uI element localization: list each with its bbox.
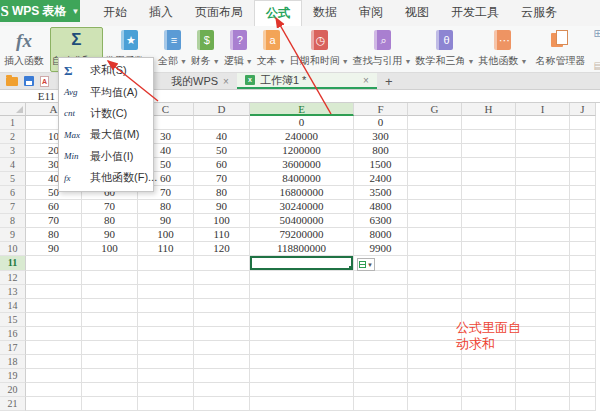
logic-book-button[interactable]: ?逻辑▼ — [222, 27, 255, 72]
cell-E16[interactable] — [250, 327, 354, 341]
cell-C12[interactable] — [138, 271, 194, 285]
cell-H4[interactable] — [462, 158, 516, 172]
cell-I7[interactable] — [516, 200, 570, 214]
cell-J6[interactable] — [570, 186, 596, 200]
cell-D19[interactable] — [194, 369, 250, 383]
cell-J2[interactable] — [570, 130, 596, 144]
cell-D14[interactable] — [194, 299, 250, 313]
cell-G18[interactable] — [408, 355, 462, 369]
cell-F10[interactable]: 9900 — [354, 242, 408, 256]
cell-A16[interactable] — [26, 327, 82, 341]
row-header-6[interactable]: 6 — [0, 186, 26, 200]
assign-button[interactable]: ⊞ 指定 — [593, 20, 600, 48]
row-header-1[interactable]: 1 — [0, 116, 26, 130]
cell-B21[interactable] — [82, 397, 138, 411]
cell-J3[interactable] — [570, 144, 596, 158]
cell-I6[interactable] — [516, 186, 570, 200]
column-header-G[interactable]: G — [408, 103, 462, 116]
row-header-14[interactable]: 14 — [0, 299, 26, 313]
cell-D6[interactable]: 80 — [194, 186, 250, 200]
cell-A14[interactable] — [26, 299, 82, 313]
select-all-corner[interactable] — [0, 103, 26, 116]
cell-G17[interactable] — [408, 341, 462, 355]
cell-I1[interactable] — [516, 116, 570, 130]
cell-D8[interactable]: 100 — [194, 214, 250, 228]
cell-C15[interactable] — [138, 313, 194, 327]
cell-D15[interactable] — [194, 313, 250, 327]
text-book-button[interactable]: a文本▼ — [255, 27, 288, 72]
menu-item-sum[interactable]: Σ求和(S) — [59, 60, 153, 81]
cell-E11[interactable] — [250, 256, 354, 270]
cell-H21[interactable] — [462, 397, 516, 411]
cell-B11[interactable] — [82, 256, 138, 270]
cell-H7[interactable] — [462, 200, 516, 214]
row-header-15[interactable]: 15 — [0, 313, 26, 327]
row-header-16[interactable]: 16 — [0, 327, 26, 341]
cell-I5[interactable] — [516, 172, 570, 186]
cell-E2[interactable]: 240000 — [250, 130, 354, 144]
menu-item-count[interactable]: cnt计数(C) — [59, 103, 153, 124]
cell-I14[interactable] — [516, 299, 570, 313]
cell-H19[interactable] — [462, 369, 516, 383]
menu-tab-6[interactable]: 审阅 — [348, 0, 394, 26]
cell-A11[interactable] — [26, 256, 82, 270]
cell-G4[interactable] — [408, 158, 462, 172]
cell-D10[interactable]: 120 — [194, 242, 250, 256]
row-header-12[interactable]: 12 — [0, 271, 26, 285]
cell-B16[interactable] — [82, 327, 138, 341]
cell-J8[interactable] — [570, 214, 596, 228]
cell-G15[interactable] — [408, 313, 462, 327]
cell-G7[interactable] — [408, 200, 462, 214]
cell-D12[interactable] — [194, 271, 250, 285]
cell-D18[interactable] — [194, 355, 250, 369]
open-folder-icon[interactable] — [6, 77, 18, 86]
cell-H12[interactable] — [462, 271, 516, 285]
cell-H5[interactable] — [462, 172, 516, 186]
cell-J18[interactable] — [570, 355, 596, 369]
cell-J4[interactable] — [570, 158, 596, 172]
cell-B9[interactable]: 90 — [82, 228, 138, 242]
cell-I21[interactable] — [516, 397, 570, 411]
cell-H6[interactable] — [462, 186, 516, 200]
cell-D9[interactable]: 110 — [194, 228, 250, 242]
cell-I13[interactable] — [516, 285, 570, 299]
column-header-E[interactable]: E — [250, 103, 354, 116]
cell-G9[interactable] — [408, 228, 462, 242]
cell-F9[interactable]: 8000 — [354, 228, 408, 242]
cell-D13[interactable] — [194, 285, 250, 299]
cell-A13[interactable] — [26, 285, 82, 299]
cell-A21[interactable] — [26, 397, 82, 411]
cell-G12[interactable] — [408, 271, 462, 285]
cell-J21[interactable] — [570, 397, 596, 411]
cell-I20[interactable] — [516, 383, 570, 397]
row-header-9[interactable]: 9 — [0, 228, 26, 242]
cell-G19[interactable] — [408, 369, 462, 383]
cell-G3[interactable] — [408, 144, 462, 158]
menu-tab-1[interactable]: 开始 — [92, 0, 138, 26]
cell-F2[interactable]: 300 — [354, 130, 408, 144]
row-header-8[interactable]: 8 — [0, 214, 26, 228]
cell-J9[interactable] — [570, 228, 596, 242]
column-header-J[interactable]: J — [570, 103, 596, 116]
row-header-19[interactable]: 19 — [0, 369, 26, 383]
row-header-10[interactable]: 10 — [0, 242, 26, 256]
cell-E12[interactable] — [250, 271, 354, 285]
cell-B10[interactable]: 100 — [82, 242, 138, 256]
cell-J19[interactable] — [570, 369, 596, 383]
close-icon[interactable]: × — [223, 76, 229, 87]
cell-J20[interactable] — [570, 383, 596, 397]
cell-G1[interactable] — [408, 116, 462, 130]
cell-B14[interactable] — [82, 299, 138, 313]
cell-F20[interactable] — [354, 383, 408, 397]
cell-A18[interactable] — [26, 355, 82, 369]
document-tab-1[interactable]: 我的WPS× — [163, 73, 237, 89]
cell-C20[interactable] — [138, 383, 194, 397]
cell-H10[interactable] — [462, 242, 516, 256]
cell-H14[interactable] — [462, 299, 516, 313]
cell-J10[interactable] — [570, 242, 596, 256]
menu-tab-4[interactable]: 公式 — [254, 0, 302, 26]
cell-F1[interactable]: 0 — [354, 116, 408, 130]
cell-I9[interactable] — [516, 228, 570, 242]
cell-A17[interactable] — [26, 341, 82, 355]
cell-D7[interactable]: 90 — [194, 200, 250, 214]
